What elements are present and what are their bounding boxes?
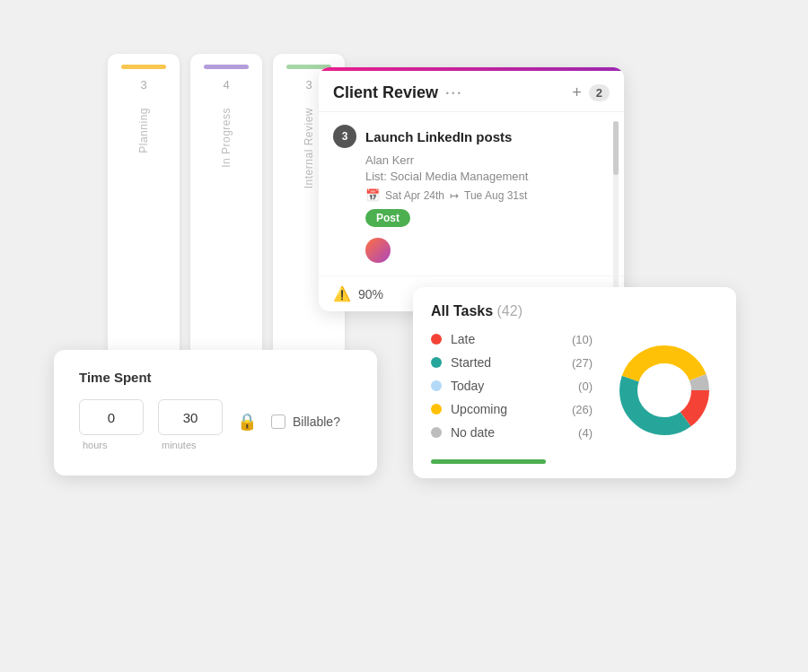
hours-label: hours [79,440,108,450]
billable-checkbox[interactable] [271,415,285,429]
legend-num-nodate: (4) [578,426,593,440]
warning-icon: ⚠️ [333,285,351,302]
time-spent-card: Time Spent hours minutes 🔒 Billable? [54,350,377,476]
donut-svg [610,336,718,444]
legend-item-upcoming: Upcoming (26) [431,402,593,416]
col-label-internalreview: Internal Review [303,108,315,188]
legend-dot-late [431,334,442,345]
task-dates: 📅 Sat Apr 24th ↦ Tue Aug 31st [333,188,610,202]
date-end: Tue Aug 31st [464,189,527,202]
date-start: Sat Apr 24th [385,189,444,202]
progress-percent: 90% [358,287,383,301]
minutes-input-group: minutes [158,399,223,450]
legend-num-started: (27) [572,356,593,370]
avatar [365,238,391,263]
legend-dot-today [431,380,442,391]
col-num-inprogress: 4 [223,78,229,92]
legend-item-today: Today (0) [431,379,593,393]
legend-item-nodate: No date (4) [431,425,593,440]
legend-num-upcoming: (26) [572,403,593,416]
legend-item-started: Started (27) [431,355,593,370]
add-task-button[interactable]: + [572,83,582,102]
billable-row: Billable? [271,415,340,429]
kanban-background: 3 Planning 4 In Progress 3 Internal Revi… [108,54,345,395]
kanban-col-planning: 3 Planning [108,54,180,395]
task-assignee: Alan Kerr [333,153,610,167]
client-review-card: Client Review ··· + 2 3 Launch LinkedIn … [319,67,624,311]
kanban-col-inprogress: 4 In Progress [190,54,262,395]
col-bar-inprogress [204,65,249,69]
legend-label-upcoming: Upcoming [451,402,563,416]
legend-label-nodate: No date [451,425,569,440]
col-label-planning: Planning [137,108,150,153]
client-review-menu-dots[interactable]: ··· [445,85,462,101]
time-spent-title: Time Spent [79,370,352,385]
legend-num-today: (0) [578,380,593,393]
scrollbar-thumb[interactable] [613,121,619,175]
all-tasks-title: All Tasks (42) [431,303,718,319]
minutes-input[interactable] [158,399,223,435]
client-review-header: Client Review ··· + 2 [319,71,624,112]
billable-label: Billable? [293,415,340,429]
hours-input-group: hours [79,399,144,450]
all-tasks-title-text: All Tasks [431,303,493,319]
task-name: Launch LinkedIn posts [365,129,512,144]
donut-chart [610,336,718,444]
legend-dot-upcoming [431,404,442,415]
hours-input[interactable] [79,399,144,435]
client-review-title: Client Review ··· [333,83,462,102]
time-inputs-row: hours minutes 🔒 Billable? [79,399,352,450]
task-priority-circle: 3 [333,125,356,148]
col-num-internalreview: 3 [305,78,312,92]
legend-dot-started [431,357,442,368]
donut-hole [639,365,689,415]
legend-label-started: Started [451,355,563,370]
task-count-badge: 2 [589,84,610,101]
task-item: 3 Launch LinkedIn posts Alan Kerr List: … [319,112,624,276]
col-num-planning: 3 [140,78,146,92]
legend-item-late: Late (10) [431,332,593,346]
legend-label-late: Late [451,332,563,346]
all-tasks-progress-bar [431,459,546,464]
tasks-chart-area: Late (10) Started (27) Today (0) Upcomin… [431,332,718,449]
task-list: List: Social Media Management [333,170,610,183]
col-bar-planning [121,65,166,69]
client-review-title-text: Client Review [333,83,438,102]
lock-icon: 🔒 [237,412,257,432]
col-label-inprogress: In Progress [220,108,233,168]
minutes-label: minutes [158,440,197,450]
tasks-legend: Late (10) Started (27) Today (0) Upcomin… [431,332,593,449]
task-tag: Post [365,209,410,227]
legend-dot-nodate [431,427,442,438]
all-tasks-card: All Tasks (42) Late (10) Started (27) To… [413,287,736,478]
legend-num-late: (10) [572,333,593,346]
scrollbar[interactable] [613,121,619,302]
all-tasks-count: (42) [497,303,523,319]
client-review-actions: + 2 [572,83,610,102]
legend-label-today: Today [451,379,569,393]
date-arrow: ↦ [450,189,459,202]
task-header: 3 Launch LinkedIn posts [333,125,610,148]
calendar-icon: 📅 [365,188,380,202]
